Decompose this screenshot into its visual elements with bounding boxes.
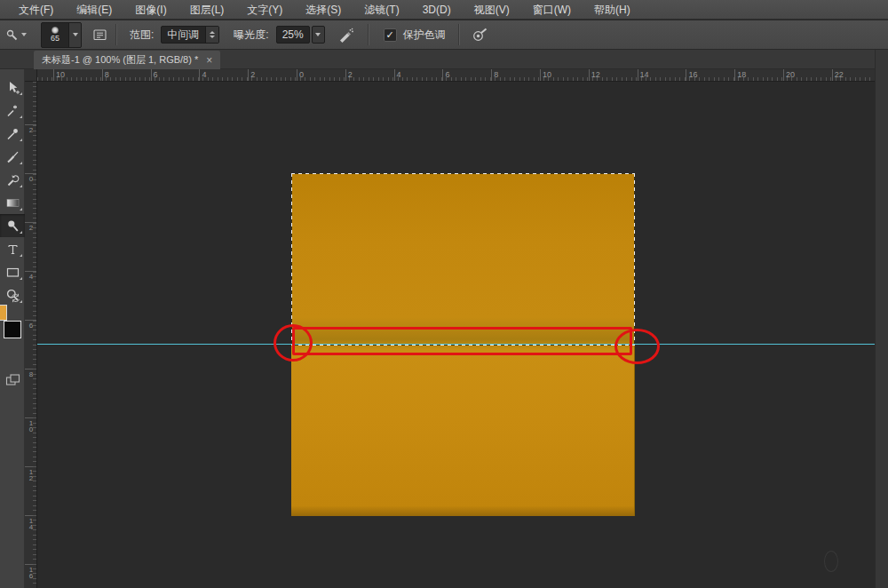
vertical-ruler[interactable]: 20246810121416 (25, 82, 37, 588)
ruler-tick (25, 515, 36, 516)
background-color-swatch[interactable] (4, 321, 21, 338)
ruler-tick (783, 69, 784, 81)
tool-dodge[interactable] (0, 214, 25, 237)
protect-tones-label: 保护色调 (403, 28, 446, 43)
tool-brush[interactable] (0, 145, 25, 168)
ruler-number: 4 (397, 70, 401, 79)
menu-item-6[interactable]: 选择(S) (294, 0, 353, 20)
tool-move[interactable] (0, 75, 25, 99)
canvas-area[interactable] (37, 82, 875, 588)
ruler-number: 16 (27, 567, 36, 579)
ruler-number: 18 (737, 70, 746, 79)
ruler-tick (540, 69, 541, 81)
selection-ants-top (291, 173, 634, 174)
exposure-value: 25% (282, 28, 304, 41)
annotation-red-rectangle (292, 327, 632, 355)
ruler-tick (345, 69, 346, 81)
ruler-number: 16 (688, 70, 697, 79)
tool-history-brush[interactable] (0, 168, 25, 191)
protect-tones-checkbox[interactable]: ✓ (384, 28, 397, 42)
ruler-number: 10 (27, 420, 36, 433)
range-value: 中间调 (167, 28, 199, 43)
foreground-color-swatch[interactable] (0, 305, 7, 321)
tool-type[interactable] (0, 237, 25, 260)
tablet-pressure-button[interactable] (469, 24, 490, 45)
brush-preview: 65 (42, 23, 68, 47)
annotation-red-ellipse-right (614, 329, 660, 364)
ruler-tick (638, 69, 638, 81)
ruler-tick (53, 69, 54, 81)
ruler-tick (297, 69, 297, 81)
ruler-tick (25, 271, 36, 272)
ruler-number: 10 (543, 70, 551, 79)
exposure-slider-button[interactable] (312, 26, 325, 44)
ruler-number: 8 (27, 371, 36, 377)
ruler-tick (25, 369, 36, 369)
menu-item-3[interactable]: 图像(I) (123, 0, 178, 20)
menu-item-1[interactable]: 文件(F) (7, 0, 65, 20)
ruler-origin-corner[interactable] (25, 69, 37, 82)
selection-ants-left (291, 173, 292, 346)
ruler-number: 8 (105, 70, 109, 79)
ruler-tick (442, 69, 443, 81)
tools-panel (0, 69, 25, 588)
document-tab[interactable]: 未标题-1 @ 100% (图层 1, RGB/8) * × (34, 51, 220, 69)
tools-list (0, 75, 25, 306)
ruler-tick (589, 69, 590, 81)
menu-item-9[interactable]: 视图(V) (463, 0, 521, 20)
divider (458, 24, 460, 45)
brush-picker-arrow[interactable] (68, 23, 81, 47)
exposure-label: 曝光度: (234, 28, 268, 43)
gradient-icon (5, 195, 20, 211)
ruler-number: 6 (445, 70, 449, 79)
range-dropdown[interactable]: 中间调 (161, 26, 219, 44)
menu-item-2[interactable]: 编辑(E) (65, 0, 123, 20)
ruler-tick (25, 466, 36, 467)
ruler-number: 2 (27, 127, 36, 133)
dodge-tool-preset-icon (5, 28, 19, 42)
ruler-number: 6 (27, 322, 36, 329)
ruler-tick (25, 124, 36, 125)
ruler-number: 12 (27, 469, 36, 481)
menu-item-10[interactable]: 窗口(W) (521, 0, 583, 20)
annotation-red-ellipse-left (274, 324, 313, 362)
divider (115, 24, 117, 45)
tool-eyedropper[interactable] (0, 122, 25, 145)
exposure-input[interactable]: 25% (276, 26, 310, 44)
tool-gradient[interactable] (0, 191, 25, 214)
swap-colors-icon[interactable] (11, 293, 20, 303)
ruler-number: 2 (348, 70, 353, 79)
menu-item-7[interactable]: 滤镜(T) (353, 0, 410, 20)
tool-magic-wand[interactable] (0, 99, 25, 122)
brush-icon (5, 149, 20, 164)
faint-watermark (824, 551, 838, 572)
airbrush-toggle-button[interactable] (336, 24, 357, 45)
ruler-number: 4 (202, 70, 206, 79)
tool-options-bar: 65 范围: 中间调 曝光度: 25% ✓ 保护色调 (0, 20, 888, 50)
chevron-down-icon (21, 33, 27, 36)
move-tool-icon (5, 80, 20, 95)
menu-item-8[interactable]: 3D(D) (411, 0, 463, 20)
menu-item-11[interactable]: 帮助(H) (583, 0, 642, 20)
horizontal-ruler[interactable]: 1086420246810121416182022 (37, 69, 875, 82)
ruler-number: 6 (154, 70, 158, 79)
ruler-number: 10 (56, 70, 65, 79)
brush-preset-picker[interactable]: 65 (41, 22, 82, 48)
rectangle-tool-icon (5, 265, 20, 280)
ruler-tick (25, 564, 36, 565)
close-icon[interactable]: × (206, 55, 212, 66)
ruler-number: 14 (27, 518, 36, 530)
tool-rectangle[interactable] (0, 260, 25, 283)
ruler-number: 8 (494, 70, 498, 79)
menu-item-4[interactable]: 图层(L) (178, 0, 236, 20)
ruler-number: 4 (27, 274, 36, 280)
ruler-tick (25, 173, 36, 174)
menu-item-5[interactable]: 文字(Y) (235, 0, 294, 20)
tool-preset-picker[interactable] (5, 28, 32, 42)
screen-mode-button[interactable] (5, 373, 21, 387)
brush-tip-icon (52, 27, 59, 34)
chevron-down-icon (73, 33, 78, 36)
chevron-down-icon (315, 33, 321, 36)
toggle-brush-panel-button[interactable] (89, 24, 110, 45)
ruler-tick (151, 69, 152, 81)
